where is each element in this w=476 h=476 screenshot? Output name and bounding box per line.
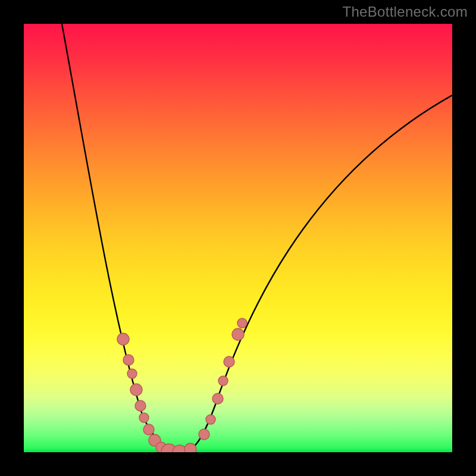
data-point xyxy=(224,356,234,367)
data-point xyxy=(218,376,228,386)
data-point xyxy=(139,413,149,422)
data-point xyxy=(130,384,142,396)
data-point xyxy=(143,424,154,435)
data-point xyxy=(199,429,209,440)
data-point xyxy=(237,318,247,328)
data-point xyxy=(135,400,146,411)
data-markers xyxy=(117,318,247,452)
data-point xyxy=(123,355,134,365)
bottleneck-curve xyxy=(62,24,452,452)
curve-layer xyxy=(24,24,452,452)
data-point xyxy=(184,443,196,452)
data-point xyxy=(206,415,215,424)
data-point xyxy=(212,393,223,404)
plot-area xyxy=(24,24,452,452)
data-point xyxy=(127,369,137,378)
data-point xyxy=(232,328,244,340)
chart-frame: TheBottleneck.com xyxy=(0,0,476,476)
data-point xyxy=(117,333,129,345)
watermark-text: TheBottleneck.com xyxy=(342,4,468,20)
